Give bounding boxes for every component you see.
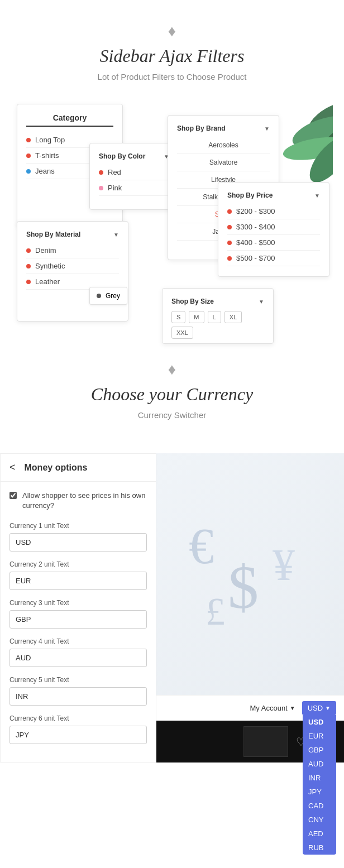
- currency-option-aed[interactable]: AED: [303, 827, 336, 841]
- chevron-down-icon: ▼: [325, 705, 331, 711]
- color-item-pink[interactable]: Pink: [99, 180, 169, 196]
- allow-currency-checkbox[interactable]: [9, 492, 17, 499]
- chevron-down-icon[interactable]: ▼: [259, 299, 264, 305]
- currency-input-4[interactable]: [9, 649, 147, 667]
- price-item-2[interactable]: $300 - $400: [227, 219, 320, 235]
- currency-bg: € $ ¥ £: [156, 453, 344, 695]
- svg-point-1: [289, 110, 333, 154]
- dot-icon: [227, 256, 232, 261]
- price-item-1[interactable]: $200 - $300: [227, 204, 320, 219]
- svg-text:¥: ¥: [273, 540, 295, 589]
- dot-icon: [227, 225, 232, 229]
- dot-icon: [26, 280, 31, 284]
- field-label-1: Currency 1 unit Text: [9, 522, 147, 530]
- field-label-2: Currency 2 unit Text: [9, 560, 147, 568]
- chevron-down-icon: ▼: [290, 705, 295, 711]
- material-item-1[interactable]: Denim: [26, 243, 119, 258]
- brand-item-2[interactable]: Salvatore: [177, 154, 270, 171]
- svg-text:£: £: [206, 590, 225, 633]
- field-label-3: Currency 3 unit Text: [9, 599, 147, 607]
- currency-input-3[interactable]: [9, 610, 147, 629]
- currency-field-6: Currency 6 unit Text: [9, 714, 147, 753]
- currency-input-2[interactable]: [9, 572, 147, 590]
- dot-icon: [99, 170, 103, 175]
- filters-title: Sidebar Ajax Filters: [11, 46, 333, 66]
- currency-input-1[interactable]: [9, 533, 147, 552]
- currency-option-cad[interactable]: CAD: [303, 799, 336, 813]
- currency-subtitle: Currency Switcher: [11, 410, 333, 420]
- material-card: Shop By Material ▼ Denim Synthetic Leath…: [17, 221, 128, 322]
- currency-section: ♦ Choose your Currency Currency Switcher: [0, 333, 344, 453]
- checkbox-label: Allow shopper to see prices in his own c…: [22, 491, 147, 511]
- chevron-down-icon[interactable]: ▼: [264, 126, 270, 132]
- dot-icon: [227, 241, 232, 245]
- field-label-6: Currency 6 unit Text: [9, 714, 147, 722]
- dot-icon: [26, 248, 31, 253]
- chevron-down-icon[interactable]: ▼: [314, 193, 320, 199]
- currency-field-1: Currency 1 unit Text: [9, 522, 147, 560]
- diamond-icon-2: ♦: [11, 361, 333, 378]
- size-btn-xxl[interactable]: XXL: [171, 327, 193, 339]
- money-options-panel: < Money options Allow shopper to see pri…: [0, 453, 156, 763]
- currency-field-2: Currency 2 unit Text: [9, 560, 147, 599]
- currency-field-3: Currency 3 unit Text: [9, 599, 147, 637]
- diamond-icon-1: ♦: [11, 22, 333, 40]
- currency-option-inr[interactable]: INR: [303, 771, 336, 785]
- currency-option-eur[interactable]: EUR: [303, 729, 336, 743]
- currency-option-jpy[interactable]: JPY: [303, 785, 336, 799]
- color-label: Shop By Color: [99, 152, 145, 160]
- currency-option-aud[interactable]: AUD: [303, 757, 336, 771]
- my-account-link[interactable]: My Account ▼: [250, 704, 295, 712]
- product-thumbnail: [243, 726, 288, 757]
- size-buttons-group: S M L XL XXL: [171, 311, 264, 339]
- dot-icon: [26, 169, 31, 174]
- filters-subtitle: Lot of Product Filters to Choose Product: [11, 72, 333, 81]
- panel-title: Money options: [25, 463, 88, 473]
- material-label: Shop By Material: [26, 231, 80, 238]
- checkbox-row: Allow shopper to see prices in his own c…: [9, 491, 147, 511]
- size-btn-l[interactable]: L: [208, 311, 221, 323]
- price-card: Shop By Price ▼ $200 - $300 $300 - $400 …: [218, 182, 329, 277]
- usd-dropdown: USD ▼ USD EUR GBP AUD INR JPY CAD CNY AE…: [302, 701, 336, 715]
- price-item-3[interactable]: $400 - $500: [227, 235, 320, 251]
- svg-text:€: €: [189, 519, 214, 574]
- filter-mockup: Category Long Top T-shirts Jeans Shop By…: [11, 98, 333, 322]
- currency-title: Choose your Currency: [11, 384, 333, 405]
- currency-input-6[interactable]: [9, 726, 147, 744]
- currency-option-rub[interactable]: RUB: [303, 841, 336, 855]
- back-button[interactable]: <: [9, 462, 16, 473]
- usd-button[interactable]: USD ▼: [302, 701, 336, 715]
- svg-point-2: [312, 118, 333, 167]
- color-item-red[interactable]: Red: [99, 165, 169, 180]
- currency-option-usd[interactable]: USD: [303, 715, 336, 729]
- size-card: Shop By Size ▼ S M L XL XXL: [162, 288, 274, 344]
- panel-body: Allow shopper to see prices in his own c…: [1, 482, 156, 762]
- svg-point-0: [302, 98, 333, 147]
- panel-header: < Money options: [1, 454, 156, 482]
- svg-point-3: [281, 133, 333, 164]
- chevron-down-icon[interactable]: ▼: [113, 232, 119, 238]
- currency-field-5: Currency 5 unit Text: [9, 676, 147, 714]
- dot-icon: [26, 154, 31, 158]
- svg-text:$: $: [228, 553, 259, 621]
- dot-icon: [227, 209, 232, 214]
- right-panel: € $ ¥ £ My Account ▼ USD ▼: [156, 453, 344, 763]
- grey-item: Grey: [89, 287, 127, 305]
- size-btn-s[interactable]: S: [171, 311, 185, 323]
- filters-section: ♦ Sidebar Ajax Filters Lot of Product Fi…: [0, 0, 344, 333]
- currency-option-gbp[interactable]: GBP: [303, 743, 336, 757]
- category-title: Category: [26, 113, 113, 127]
- material-item-2[interactable]: Synthetic: [26, 258, 119, 274]
- brand-item-1[interactable]: Aerosoles: [177, 137, 270, 154]
- field-label-4: Currency 4 unit Text: [9, 637, 147, 645]
- price-label: Shop By Price: [227, 191, 273, 199]
- price-item-4[interactable]: $500 - $700: [227, 251, 320, 266]
- size-btn-m[interactable]: M: [189, 311, 204, 323]
- currency-layout: < Money options Allow shopper to see pri…: [0, 453, 344, 763]
- svg-point-4: [303, 131, 333, 188]
- size-label: Shop By Size: [171, 298, 214, 305]
- currency-option-cny[interactable]: CNY: [303, 813, 336, 827]
- currency-input-5[interactable]: [9, 687, 147, 706]
- size-btn-xl[interactable]: XL: [224, 311, 242, 323]
- dot-icon: [26, 138, 31, 142]
